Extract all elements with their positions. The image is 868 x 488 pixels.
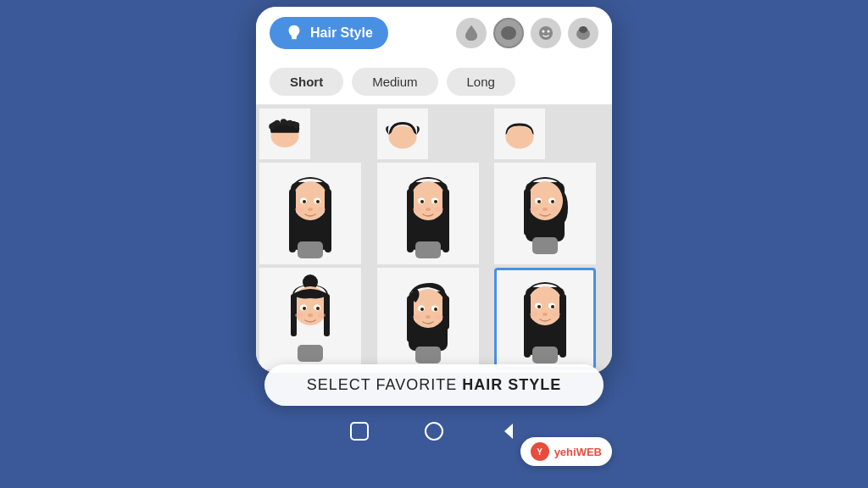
svg-rect-17 — [325, 189, 331, 252]
avatar-cell-3[interactable] — [494, 108, 545, 159]
svg-point-33 — [434, 200, 437, 203]
svg-point-27 — [410, 181, 446, 220]
svg-rect-16 — [289, 189, 296, 252]
svg-point-8 — [274, 119, 281, 126]
svg-point-45 — [551, 200, 554, 203]
avatar-cell-8[interactable] — [377, 268, 479, 369]
yehiweb-logo: Y — [531, 442, 549, 461]
svg-point-87 — [426, 423, 442, 440]
svg-point-24 — [317, 207, 326, 212]
avatar-grid — [256, 105, 612, 373]
hair-style-label: Hair Style — [310, 25, 373, 41]
avatar-cell-1[interactable] — [259, 108, 310, 159]
drop-icon — [464, 24, 479, 42]
svg-rect-85 — [532, 347, 558, 363]
svg-rect-86 — [351, 423, 368, 440]
nav-back-button[interactable] — [497, 419, 520, 443]
avatar-top-curly — [259, 111, 310, 158]
hair-back-icon — [574, 25, 593, 42]
filter-tabs: Short Medium Long — [256, 59, 612, 105]
tab-medium[interactable]: Medium — [352, 68, 437, 96]
tab-long[interactable]: Long — [447, 68, 515, 96]
yehiweb-text: yehiWEB — [554, 446, 602, 458]
svg-rect-37 — [415, 241, 441, 258]
avatar-top-wavy — [377, 111, 428, 158]
banner-text-normal: SELECT FAVORITE — [307, 376, 462, 393]
face-icon-btn[interactable] — [531, 18, 561, 48]
svg-point-36 — [435, 207, 443, 212]
avatar-cell-7[interactable] — [259, 268, 361, 369]
svg-point-40 — [527, 181, 563, 220]
avatar-cell-4[interactable] — [259, 163, 361, 264]
banner-text: SELECT FAVORITE HAIR STYLE — [298, 376, 570, 394]
svg-point-56 — [303, 307, 306, 310]
avatar-top-plain — [494, 111, 545, 158]
svg-rect-49 — [532, 237, 558, 254]
svg-point-60 — [317, 313, 326, 318]
back-icon — [498, 420, 520, 442]
svg-point-32 — [420, 200, 424, 203]
svg-point-81 — [551, 305, 554, 308]
oval-icon — [499, 25, 518, 42]
svg-point-34 — [426, 208, 431, 211]
hair-style-header: Hair Style — [256, 7, 612, 59]
banner-text-bold: HAIR STYLE — [462, 376, 561, 393]
svg-rect-28 — [407, 189, 414, 252]
svg-point-0 — [501, 26, 516, 40]
svg-point-23 — [295, 207, 303, 212]
svg-rect-73 — [415, 347, 441, 363]
svg-point-82 — [542, 313, 548, 316]
app-panel: Hair Style — [256, 7, 612, 373]
svg-point-22 — [308, 208, 313, 211]
avatar-bun — [272, 270, 348, 368]
svg-point-35 — [413, 207, 421, 212]
bottom-banner: SELECT FAVORITE HAIR STYLE — [264, 364, 604, 406]
svg-point-83 — [530, 312, 538, 317]
avatar-long-1 — [272, 165, 348, 263]
home-icon — [348, 420, 370, 442]
phone-container: Hair Style — [248, 7, 620, 481]
hair-icon — [285, 24, 303, 42]
svg-point-3 — [548, 30, 550, 33]
hair-back-icon-btn[interactable] — [568, 18, 598, 48]
svg-rect-65 — [442, 296, 449, 330]
svg-point-68 — [420, 308, 424, 311]
hair-style-button[interactable]: Hair Style — [270, 17, 388, 49]
svg-point-59 — [295, 313, 303, 318]
svg-rect-61 — [298, 345, 323, 362]
svg-point-75 — [527, 286, 563, 325]
svg-point-12 — [388, 125, 416, 148]
svg-point-9 — [281, 119, 287, 125]
svg-point-2 — [542, 30, 545, 33]
header-icons — [456, 18, 598, 48]
svg-point-20 — [303, 200, 306, 203]
svg-point-21 — [316, 200, 320, 203]
svg-point-46 — [542, 208, 548, 211]
svg-point-15 — [292, 181, 328, 220]
avatar-cell-5[interactable] — [377, 163, 479, 264]
svg-point-69 — [434, 308, 437, 311]
svg-point-80 — [537, 305, 541, 308]
svg-rect-25 — [298, 241, 323, 258]
svg-point-1 — [539, 26, 553, 40]
yehiweb-bold: WEB — [576, 446, 602, 458]
avatar-cell-9[interactable] — [494, 268, 596, 369]
svg-point-70 — [426, 315, 431, 319]
avatar-cell-6[interactable] — [494, 163, 596, 264]
svg-point-72 — [435, 314, 443, 319]
svg-point-10 — [287, 119, 293, 126]
svg-point-84 — [552, 312, 560, 317]
svg-rect-77 — [559, 294, 566, 358]
svg-rect-64 — [407, 296, 414, 342]
nav-home-button[interactable] — [348, 419, 371, 443]
oval-icon-btn[interactable] — [493, 18, 524, 48]
svg-rect-29 — [442, 189, 449, 252]
avatar-sidepart — [390, 270, 466, 368]
avatar-cell-2[interactable] — [377, 108, 428, 159]
svg-rect-76 — [524, 294, 531, 358]
nav-circle-button[interactable] — [422, 419, 446, 443]
tab-short[interactable]: Short — [270, 68, 343, 96]
drop-icon-btn[interactable] — [456, 18, 487, 48]
yehiweb-badge: Y yehiWEB — [520, 437, 612, 466]
svg-point-58 — [308, 313, 313, 317]
